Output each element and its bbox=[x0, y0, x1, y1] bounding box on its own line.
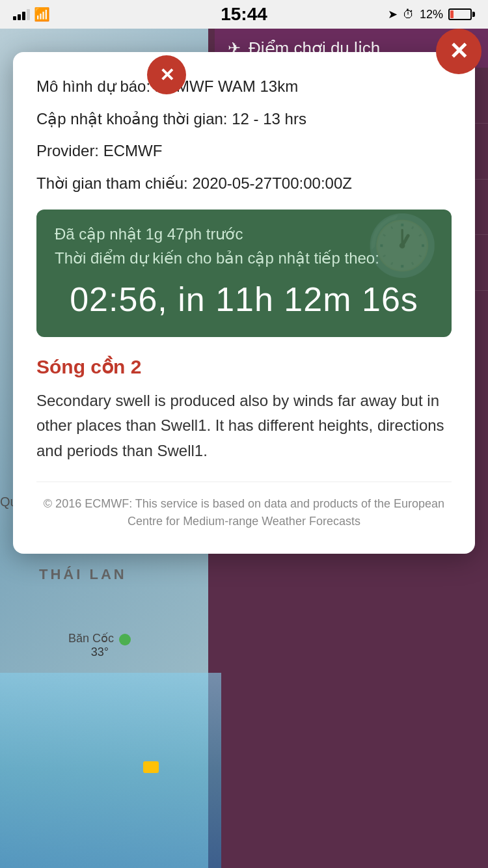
info-modal: Mô hình dự báo: ECMWF WAM 13km Cập nhật … bbox=[13, 52, 475, 554]
modal-close-icon: ✕ bbox=[159, 64, 174, 86]
status-left: 📶 bbox=[13, 7, 50, 22]
close-button[interactable]: ✕ bbox=[436, 29, 481, 74]
status-time: 15:44 bbox=[221, 4, 267, 25]
update-interval-line: Cập nhật khoảng thời gian: 12 - 13 hrs bbox=[36, 108, 452, 130]
battery-percent: 12% bbox=[420, 8, 443, 21]
video-marker-south bbox=[143, 761, 159, 776]
copyright-text: © 2016 ECMWF: This service is based on d… bbox=[36, 495, 452, 530]
bangkok-marker: Băn Cốc 33° bbox=[68, 631, 131, 659]
location-icon: ➤ bbox=[388, 7, 398, 21]
swell-heading: Sóng cồn 2 bbox=[36, 355, 452, 378]
alarm-icon: ⏱ bbox=[403, 8, 414, 21]
battery-icon bbox=[448, 8, 475, 20]
signal-icon bbox=[13, 8, 30, 20]
clock-bg-icon: 🕐 bbox=[366, 216, 439, 275]
thai-lan-map-label: THÁI LAN bbox=[39, 566, 127, 583]
close-icon: ✕ bbox=[449, 40, 468, 63]
modal-close-inner-button[interactable]: ✕ bbox=[147, 55, 186, 94]
reference-time-line: Thời gian tham chiếu: 2020-05-27T00:00:0… bbox=[36, 172, 452, 195]
swell-description: Secondary swell is produced also by wind… bbox=[36, 388, 452, 463]
status-right: ➤ ⏱ 12% bbox=[388, 7, 475, 21]
update-time-box: 🕐 Đã cập nhật 1g 47ph trước Thời điểm dự… bbox=[36, 210, 452, 337]
water-map bbox=[0, 673, 221, 868]
wifi-icon: 📶 bbox=[34, 7, 50, 22]
bangkok-green-marker bbox=[119, 634, 131, 645]
next-update-time: 02:56, in 11h 12m 16s bbox=[55, 280, 433, 319]
provider-line: Provider: ECMWF bbox=[36, 140, 452, 162]
model-line: Mô hình dự báo: ECMWF WAM 13km bbox=[36, 75, 452, 98]
modal-footer: © 2016 ECMWF: This service is based on d… bbox=[36, 481, 452, 530]
status-bar: 📶 15:44 ➤ ⏱ 12% bbox=[0, 0, 488, 29]
